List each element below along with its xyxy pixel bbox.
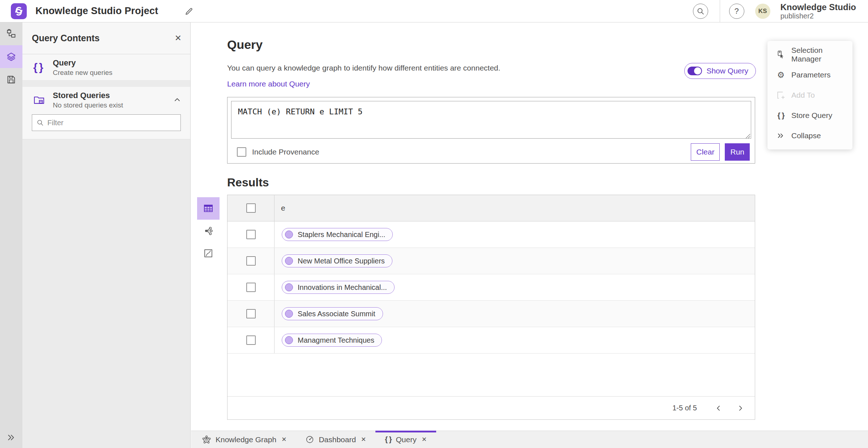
close-tab-icon[interactable]: ✕	[281, 436, 286, 443]
save-icon	[6, 75, 16, 85]
learn-more-link[interactable]: Learn more about Query	[227, 80, 310, 88]
user-info[interactable]: Knowledge Studio publisher2	[780, 2, 856, 21]
close-icon: ✕	[175, 33, 182, 43]
entity-pill[interactable]: Innovations in Mechanical...	[282, 281, 395, 294]
clear-button[interactable]: Clear	[691, 143, 720, 161]
next-page-button[interactable]	[735, 402, 746, 414]
menu-item-parameters[interactable]: ⚙ Parameters	[767, 65, 852, 85]
select-all-checkbox[interactable]	[246, 203, 256, 213]
pagination-label: 1-5 of 5	[672, 404, 697, 412]
table-row: New Metal Office Suppliers	[227, 248, 755, 274]
entity-dot-icon	[285, 257, 293, 265]
query-description: You can query a knowledge graph to ident…	[227, 64, 500, 72]
sidebar-item-label: Query	[53, 58, 182, 68]
close-tab-icon[interactable]: ✕	[422, 436, 427, 443]
query-editor-footer: Include Provenance Clear Run	[227, 141, 755, 163]
stored-queries-section: Stored Queries No stored queries exist	[22, 87, 190, 139]
entity-label: Managment Techniques	[298, 336, 374, 345]
search-button[interactable]	[693, 4, 708, 19]
rail-item-save[interactable]	[0, 68, 22, 91]
map-view-button[interactable]	[197, 242, 220, 265]
user-name: Knowledge Studio	[780, 2, 856, 12]
row-checkbox[interactable]	[246, 309, 256, 318]
table-row: Sales Associate Summit	[227, 301, 755, 327]
entity-dot-icon	[285, 231, 293, 238]
collapse-icon	[775, 131, 786, 140]
help-icon: ?	[735, 7, 739, 16]
menu-item-add-to: Add To	[767, 85, 852, 105]
entity-label: Innovations in Mechanical...	[298, 283, 387, 292]
page-title: Query	[227, 38, 263, 52]
panel-title: Query Contents	[32, 33, 175, 43]
tab-knowledge-graph[interactable]: Knowledge Graph ✕	[192, 431, 296, 448]
avatar[interactable]: KS	[755, 4, 770, 19]
entity-pill[interactable]: Staplers Mechanical Engi...	[282, 228, 393, 241]
show-query-toggle[interactable]: Show Query	[684, 63, 756, 79]
row-checkbox[interactable]	[246, 256, 256, 266]
query-input[interactable]: MATCH (e) RETURN e LIMIT 5	[231, 101, 751, 139]
results-view-switcher	[197, 197, 220, 265]
entity-dot-icon	[285, 283, 293, 291]
row-checkbox[interactable]	[246, 335, 256, 345]
folder-icon	[33, 94, 50, 105]
entity-label: Staplers Mechanical Engi...	[298, 231, 385, 239]
close-panel-button[interactable]: ✕	[175, 33, 182, 43]
app-logo-icon[interactable]	[11, 3, 27, 19]
menu-item-store-query[interactable]: { } Store Query	[767, 105, 852, 126]
menu-item-collapse[interactable]: Collapse	[767, 126, 852, 146]
rail-item-layers[interactable]	[0, 45, 22, 68]
toggle-label: Show Query	[706, 67, 748, 75]
help-button[interactable]: ?	[729, 4, 744, 19]
query-editor-container: MATCH (e) RETURN e LIMIT 5 Include Prove…	[227, 97, 755, 164]
include-provenance-checkbox[interactable]	[237, 147, 246, 157]
search-icon	[37, 119, 44, 126]
menu-item-selection-manager[interactable]: Selection Manager	[767, 45, 852, 65]
table-row: Staplers Mechanical Engi...	[227, 221, 755, 248]
chevron-right-icon	[737, 405, 744, 412]
tab-dashboard[interactable]: Dashboard ✕	[296, 431, 375, 448]
map-view-icon	[203, 248, 213, 258]
sidebar-item-sublabel: No stored queries exist	[53, 101, 173, 109]
results-table: e Staplers Mechanical Engi... New Metal …	[227, 195, 755, 420]
header-actions: ? KS Knowledge Studio publisher2	[693, 0, 856, 22]
braces-icon: { }	[33, 61, 50, 73]
close-tab-icon[interactable]: ✕	[361, 436, 366, 443]
layers-icon	[6, 52, 16, 62]
tab-query[interactable]: { } Query ✕	[375, 431, 436, 448]
edit-title-pencil-icon[interactable]	[184, 6, 194, 16]
app-header: Knowledge Studio Project ? KS Knowledge …	[0, 0, 868, 22]
braces-icon: { }	[775, 111, 786, 120]
left-icon-rail	[0, 22, 22, 448]
schema-icon	[6, 29, 16, 39]
selection-manager-icon	[775, 50, 786, 59]
rail-item-schema[interactable]	[0, 22, 22, 45]
query-workspace: Query You can query a knowledge graph to…	[191, 22, 868, 448]
link-chart-view-button[interactable]	[197, 220, 220, 242]
search-icon	[697, 7, 705, 15]
section-gap	[22, 81, 190, 87]
entity-pill[interactable]: New Metal Office Suppliers	[282, 254, 392, 267]
app-window: Knowledge Studio Project ? KS Knowledge …	[0, 0, 868, 448]
add-to-icon	[775, 90, 786, 100]
column-header-e: e	[275, 195, 755, 221]
entity-dot-icon	[285, 310, 293, 318]
query-actions-menu: Selection Manager ⚙ Parameters Add To	[767, 41, 852, 149]
entity-pill[interactable]: Managment Techniques	[282, 334, 382, 347]
table-view-button[interactable]	[197, 197, 220, 220]
header-divider	[720, 0, 720, 22]
sidebar-item-stored-queries[interactable]: Stored Queries No stored queries exist	[22, 87, 190, 113]
collapse-section-button[interactable]	[173, 96, 182, 104]
tab-label: Knowledge Graph	[216, 435, 276, 444]
sidebar-item-query[interactable]: { } Query Create new queries	[22, 54, 190, 81]
row-checkbox[interactable]	[246, 283, 256, 292]
knowledge-graph-icon	[202, 435, 211, 444]
project-title: Knowledge Studio Project	[35, 5, 158, 17]
previous-page-button[interactable]	[713, 402, 724, 414]
expand-rail-button[interactable]	[0, 433, 22, 442]
run-button[interactable]: Run	[725, 143, 750, 161]
view-tab-bar: Knowledge Graph ✕ Dashboard ✕ { } Query …	[191, 431, 868, 448]
entity-pill[interactable]: Sales Associate Summit	[282, 307, 383, 320]
row-checkbox[interactable]	[246, 230, 256, 239]
pagination-bar: 1-5 of 5	[227, 396, 755, 419]
filter-input[interactable]	[47, 119, 176, 127]
